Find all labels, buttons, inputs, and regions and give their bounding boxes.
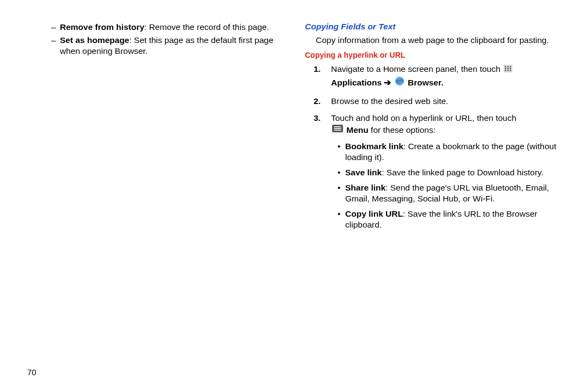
page-number: 70 [27,367,36,377]
svg-rect-5 [507,68,509,70]
step-text: Navigate to a Home screen panel, then to… [331,64,500,74]
list-item-label: Remove from history [60,22,144,32]
list-item-label: Share link [345,183,385,192]
svg-rect-1 [505,66,507,68]
step-number: 1. [314,64,321,75]
browser-globe-icon [395,76,405,89]
svg-rect-13 [334,128,341,129]
menu-rest: for these options: [369,125,436,134]
trailing-period: . [441,78,443,87]
dash-list: Remove from history: Remove the record o… [27,22,283,57]
step-text: Touch and hold on a hyperlink or URL, th… [331,113,516,122]
left-column: Remove from history: Remove the record o… [27,22,299,376]
list-item-desc: : Remove the record of this page. [144,22,269,32]
section-heading: Copying Fields or Text [305,22,561,32]
bullet-list: Bookmark link: Create a bookmark to the … [331,141,561,231]
list-item: Share link: Send the page's URL via Blue… [338,182,561,204]
manual-page: Remove from history: Remove the record o… [0,0,588,392]
right-column: Copying Fields or Text Copy information … [299,22,561,376]
svg-rect-7 [505,70,507,71]
list-item: Remove from history: Remove the record o… [60,22,283,33]
list-item: Set as homepage: Set this page as the de… [60,35,283,57]
svg-rect-3 [510,66,512,68]
step-number: 3. [314,113,321,124]
svg-rect-4 [505,68,507,70]
list-item-label: Save link [345,168,382,177]
list-item-label: Copy link URL [345,209,403,218]
list-item-label: Bookmark link [345,142,403,151]
step-item: 1. Navigate to a Home screen panel, then… [331,64,561,90]
list-item: Bookmark link: Create a bookmark to the … [338,141,561,163]
list-item-desc: : Save the linked page to Download histo… [382,168,543,177]
svg-rect-8 [507,70,509,71]
svg-rect-6 [510,68,512,70]
svg-rect-14 [334,130,341,131]
svg-rect-9 [510,70,512,71]
menu-icon [332,124,343,136]
arrow-icon: ➔ [384,78,391,87]
list-item: Copy link URL: Save the link's URL to th… [338,209,561,230]
steps-list: 1. Navigate to a Home screen panel, then… [305,64,561,231]
step-number: 2. [314,96,321,107]
step-text: Browse to the desired web site. [331,96,448,106]
step-item: 2. Browse to the desired web site. [331,96,561,107]
list-item-label: Set as homepage [60,35,130,45]
apps-grid-icon [504,65,512,72]
step-item: 3. Touch and hold on a hyperlink or URL,… [331,113,561,231]
svg-rect-2 [507,66,509,68]
menu-label: Menu [346,125,368,134]
step-app-line: Applications ➔ Browser. [331,76,561,90]
list-item: Save link: Save the linked page to Downl… [338,167,561,178]
sub-heading: Copying a hyperlink or URL [305,51,561,59]
applications-label: Applications [331,78,382,87]
browser-label: Browser [408,78,441,87]
svg-rect-12 [334,126,341,127]
section-intro: Copy information from a web page to the … [316,35,561,46]
